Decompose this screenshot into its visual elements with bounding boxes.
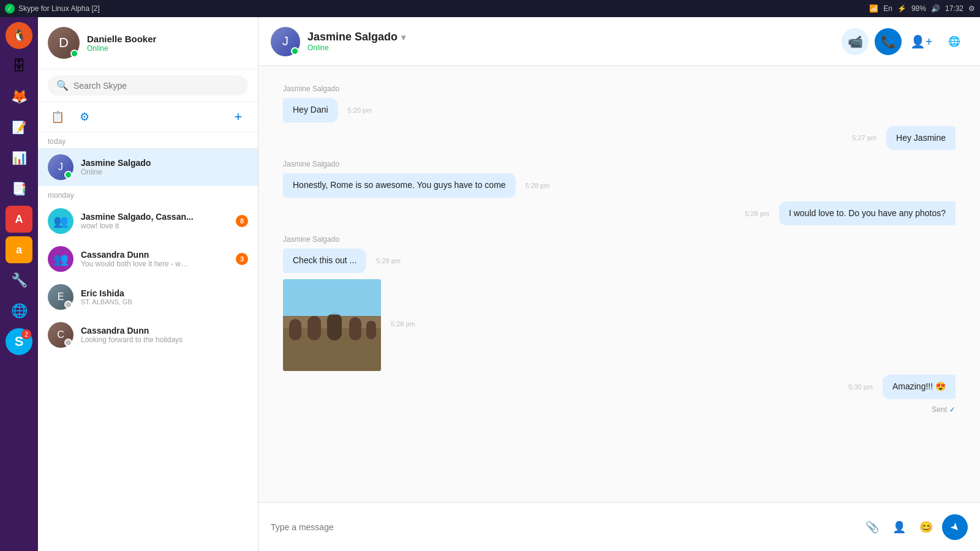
contact-jasmine-salgado[interactable]: J Jasmine Salgado Online xyxy=(38,148,258,186)
section-monday: Monday xyxy=(38,186,258,202)
taskbar-firefox[interactable]: 🦊 xyxy=(6,83,32,110)
user-avatar-container[interactable]: D xyxy=(48,27,80,59)
voice-call-button[interactable]: 📞 xyxy=(875,28,902,55)
svg-rect-5 xyxy=(327,313,342,340)
send-button[interactable]: ➤ xyxy=(942,514,968,540)
contact-eric[interactable]: E Eric Ishida ST. ALBANS, GB xyxy=(38,278,258,316)
contact-name-jasmine: Jasmine Salgado xyxy=(81,158,248,168)
contact-badge-cassandra-group: 3 xyxy=(236,253,248,265)
taskbar-files[interactable]: 🗄 xyxy=(6,53,32,80)
contact-info-cassandra: Cassandra Dunn Looking forward to the ho… xyxy=(81,326,248,344)
taskbar-skype[interactable]: S 2 xyxy=(6,328,32,355)
title-bar: ✓ Skype for Linux Alpha [2] 📶 En ⚡ 98% 🔊… xyxy=(0,0,980,17)
chats-icon: 📋 xyxy=(51,110,64,124)
messages-area: Jasmine Salgado Hey Dani 5:20 pm 5:27 pm… xyxy=(258,66,980,502)
settings-button[interactable]: ⚙ xyxy=(75,107,94,127)
group2-icon: 👥 xyxy=(48,246,74,272)
search-wrapper[interactable]: 🔍 xyxy=(48,75,248,96)
add-person-button[interactable]: 👤+ xyxy=(908,28,935,55)
globe-button[interactable]: 🌐 xyxy=(941,28,968,55)
send-icon: ➤ xyxy=(947,519,963,534)
contact-list: today J Jasmine Salgado Online Monday 👥 xyxy=(38,132,258,551)
taskbar-impress[interactable]: 📑 xyxy=(6,175,32,202)
svg-rect-4 xyxy=(307,316,321,340)
msg-row-5: Check this out ... 5:28 pm xyxy=(283,249,956,273)
contact-preview-eric: ST. ALBANS, GB xyxy=(81,298,191,305)
attachment-icon: 📎 xyxy=(865,520,879,534)
msg-time-7: 5:30 pm xyxy=(848,383,873,391)
settings-icon[interactable]: ⚙ xyxy=(968,4,975,13)
search-icon: 🔍 xyxy=(56,80,69,91)
lang-indicator: En xyxy=(883,4,892,13)
chevron-down-icon[interactable]: ▾ xyxy=(401,32,405,42)
sent-status: Sent ✓ xyxy=(283,405,956,414)
taskbar-chrome[interactable]: 🌐 xyxy=(6,298,32,324)
taskbar-calc[interactable]: 📊 xyxy=(6,144,32,171)
eric-offline-dot xyxy=(64,301,72,309)
wifi-icon: 📶 xyxy=(869,4,878,13)
title-bar-right: 📶 En ⚡ 98% 🔊 17:32 ⚙ xyxy=(869,4,975,13)
msg-bubble-3: Honestly, Rome is so awesome. You guys h… xyxy=(283,173,516,198)
contact-name-group1: Jasmine Salgado, Cassan... xyxy=(81,212,228,222)
message-input[interactable] xyxy=(271,522,854,532)
colosseum-img-bg xyxy=(283,279,381,371)
contact-info-eric: Eric Ishida ST. ALBANS, GB xyxy=(81,288,248,305)
colosseum-image[interactable] xyxy=(283,279,381,371)
title-bar-left: ✓ Skype for Linux Alpha [2] xyxy=(5,4,100,13)
chat-header: J Jasmine Salgado ▾ Online 📹 📞 👤+ xyxy=(258,17,980,66)
sent-label: Sent xyxy=(932,405,947,414)
msg-sender-label-1: Jasmine Salgado xyxy=(283,84,956,93)
chat-avatar-container: J xyxy=(271,27,300,56)
contact-preview-jasmine: Online xyxy=(81,168,191,176)
contact-name-cassandra: Cassandra Dunn xyxy=(81,326,248,335)
sidebar-header: D Danielle Booker Online xyxy=(38,17,258,69)
user-online-indicator xyxy=(70,50,78,58)
emoji-button[interactable]: 😊 xyxy=(915,516,937,538)
contact-avatar-cassandra: C xyxy=(48,322,74,348)
sidebar-toolbar: 📋 ⚙ + xyxy=(38,102,258,132)
chats-button[interactable]: 📋 xyxy=(48,107,67,127)
contact-info-group1: Jasmine Salgado, Cassan... wow! love it xyxy=(81,212,228,230)
sidebar: D Danielle Booker Online 🔍 📋 ⚙ xyxy=(38,17,258,551)
contact-preview-cassandra-group: You would both love it here - we're havi… xyxy=(81,260,191,268)
taskbar-font[interactable]: A xyxy=(6,206,32,233)
contact-cassandra-individual[interactable]: C Cassandra Dunn Looking forward to the … xyxy=(38,316,258,354)
msg-time-4: 5:28 pm xyxy=(745,210,769,217)
emoji-icon: 😊 xyxy=(919,520,933,534)
search-bar: 🔍 xyxy=(38,69,258,102)
msg-time-image: 5:28 pm xyxy=(391,320,415,328)
contact-name-eric: Eric Ishida xyxy=(81,288,248,298)
contact-badge-group1: 8 xyxy=(236,215,248,227)
msg-bubble-4: I would love to. Do you have any photos? xyxy=(779,201,956,226)
clock: 17:32 xyxy=(945,4,963,13)
msg-time-5: 5:28 pm xyxy=(376,257,401,264)
contact-preview-group1: wow! love it xyxy=(81,222,191,230)
svg-rect-7 xyxy=(366,321,376,339)
mention-button[interactable]: 👤 xyxy=(888,516,910,538)
chat-contact-status: Online xyxy=(307,43,834,52)
taskbar-writer[interactable]: 📝 xyxy=(6,114,32,141)
svg-rect-3 xyxy=(289,319,301,340)
svg-rect-8 xyxy=(283,279,381,315)
msg-bubble-7: Amazing!!! 😍 xyxy=(883,375,956,399)
contact-avatar-eric: E xyxy=(48,284,74,310)
msg-time-3: 5:28 pm xyxy=(526,182,550,189)
search-input[interactable] xyxy=(74,81,239,91)
user-status: Online xyxy=(87,44,248,53)
add-button[interactable]: + xyxy=(228,107,248,127)
msg-bubble-2: Hey Jasmine xyxy=(886,126,956,151)
user-info: Danielle Booker Online xyxy=(87,34,248,53)
taskbar-system-tools[interactable]: 🔧 xyxy=(6,267,32,294)
contact-cassandra-group[interactable]: 👥 Cassandra Dunn You would both love it … xyxy=(38,240,258,278)
video-call-button[interactable]: 📹 xyxy=(842,28,869,55)
add-icon: + xyxy=(235,109,243,125)
taskbar-ubuntu[interactable]: 🐧 xyxy=(6,22,32,49)
attachment-button[interactable]: 📎 xyxy=(861,516,883,538)
contact-preview-cassandra: Looking forward to the holidays xyxy=(81,335,191,344)
msg-bubble-5: Check this out ... xyxy=(283,249,366,273)
user-name: Danielle Booker xyxy=(87,34,248,44)
contact-group1[interactable]: 👥 Jasmine Salgado, Cassan... wow! love i… xyxy=(38,202,258,240)
sent-check-icon: ✓ xyxy=(949,405,956,414)
taskbar-amazon[interactable]: a xyxy=(6,236,32,263)
bluetooth-icon: ⚡ xyxy=(897,4,907,13)
